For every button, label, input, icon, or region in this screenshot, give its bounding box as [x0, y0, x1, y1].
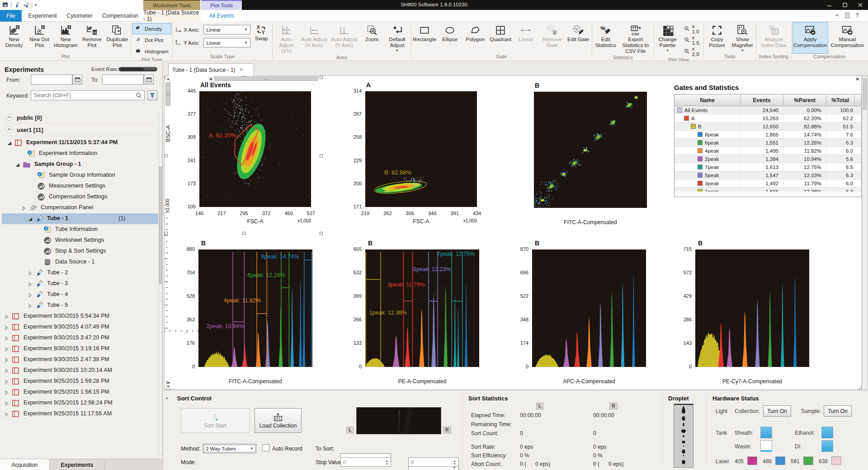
plot-area-plot-b-apc-histogram[interactable] [532, 249, 646, 367]
gate-row-3peak[interactable]: 3peak1,49211.79%6.0 [675, 179, 861, 188]
tab-experiments[interactable]: Experiments [50, 459, 105, 470]
tree-item-compensation-settings[interactable]: Compensation Settings [2, 192, 158, 202]
edit-statistics-button[interactable]: %Edit Statistics [593, 22, 618, 55]
tree-item-experiment-9-25-2015-1-56-15-pm[interactable]: Experiment 9/25/2015 1:56:15 PM [2, 387, 158, 398]
tree-item-tube-4[interactable]: Tube - 4 [2, 289, 158, 300]
tree-item-sample-group-information[interactable]: iSample Group Information [2, 170, 158, 181]
collapse-sort-panel-icon[interactable]: » [166, 395, 168, 400]
tab-worksheet-tube1[interactable]: Tube - 1 (Data Source - 1) [143, 10, 200, 22]
resize-handle[interactable] [320, 76, 323, 79]
worksheet-tab-close-icon[interactable]: ✕ [239, 67, 243, 73]
expand-arrow-icon[interactable] [28, 292, 33, 299]
gate-row-b[interactable]: B12,65082.88%51.5 [675, 122, 861, 131]
collapse-arrow-icon[interactable] [15, 162, 20, 169]
auto-adjust-y-axis-button[interactable]: Auto Adjust (Y Axis) [329, 22, 359, 55]
tab-plot-all-events[interactable]: All Events [201, 10, 242, 22]
tree-item-experiment-9-30-2015-3-19-16-pm[interactable]: Experiment 9/30/2015 3:19:16 PM [2, 343, 158, 354]
expand-arrow-icon[interactable] [5, 379, 9, 385]
plot-area-plot-b-fitc-histogram[interactable]: 2peak: 10.94%4peak: 11.82%6peak: 12.26%8… [198, 249, 312, 367]
feedback-icon[interactable] [844, 12, 850, 20]
load-collection-button[interactable]: Load Collection [255, 408, 302, 433]
tree-item-compensation-panel[interactable]: Compensation Panel [2, 202, 158, 213]
dot-plot-button[interactable]: Dot Plot [132, 34, 171, 46]
plot-zoom-x-2-0-button[interactable]: x 2.0 [680, 46, 703, 57]
tree-group-user1-11[interactable]: user1 [11] [2, 124, 158, 136]
stop-value-right-input[interactable]: 0▲▼ [408, 457, 459, 467]
show-magnifier-button[interactable]: Show Magnifier▾ [730, 22, 755, 54]
minimize-button[interactable] [822, 0, 837, 10]
column-header-events[interactable]: Events [741, 94, 783, 106]
tree-item-experiment-9-25-2015-1-59-28-pm[interactable]: Experiment 9/25/2015 1:59:28 PM [2, 376, 158, 387]
gate-row-1peak[interactable]: 1peak1,56612.38%6.3 [675, 188, 861, 192]
plot-zoom-x-1-0-button[interactable]: x 1.0 [680, 23, 703, 34]
load-sample-icon[interactable] [23, 1, 30, 9]
app-window-icon[interactable] [2, 1, 9, 9]
from-calendar-button[interactable] [72, 75, 82, 85]
tree-item-experiment-information[interactable]: iExperiment Information [2, 148, 158, 159]
linear-button[interactable]: Linear [513, 22, 538, 54]
tree-item-experiment-9-25-2015-12-56-24-pm[interactable]: Experiment 9/25/2015 12:56:24 PM [2, 398, 158, 409]
tree-item-tube-1[interactable]: Tube - 1(1) [2, 213, 158, 224]
sample-turn-on-button[interactable]: Turn On [824, 405, 852, 417]
tree-item-experiment-9-30-2015-4-07-49-pm[interactable]: Experiment 9/30/2015 4:07:49 PM [2, 322, 158, 333]
edit-gate-button[interactable]: Edit Gate [566, 22, 591, 54]
analyze-index-data-button[interactable]: Analyze Index Data [757, 22, 790, 54]
expand-arrow-icon[interactable] [28, 303, 33, 310]
expand-arrow-icon[interactable] [28, 282, 33, 288]
quadrant-button[interactable]: Quadrant [488, 22, 513, 54]
expand-arrow-icon[interactable] [22, 206, 26, 212]
tab-file[interactable]: File [0, 10, 22, 22]
collapse-group-icon[interactable] [5, 126, 13, 135]
expand-arrow-icon[interactable] [5, 390, 9, 396]
tree-item-data-source-1[interactable]: Data Source - 1 [2, 257, 158, 268]
auto-adjust-xy-button[interactable]: Auto Adjust (XY) [274, 22, 299, 55]
help-icon[interactable]: ? [855, 12, 859, 19]
change-palette-button[interactable]: Change Palette▾ [655, 22, 680, 57]
filter-button[interactable] [147, 90, 157, 100]
remove-gate-button[interactable]: Remove Gate [538, 22, 566, 54]
remove-plot-button[interactable]: Remove Plot [79, 22, 104, 54]
tree-item-experiment-9-30-2015-2-47-38-pm[interactable]: Experiment 9/30/2015 2:47:38 PM [2, 354, 158, 365]
expand-arrow-icon[interactable] [5, 314, 9, 320]
tab-experiment[interactable]: Experiment [25, 10, 60, 22]
apply-compensation-button[interactable]: Apply Compensation [793, 22, 828, 54]
plot-zoom-x-1-5-button[interactable]: x 1.5 [680, 34, 703, 46]
stop-value-left-input[interactable]: 0▲▼ [340, 457, 391, 467]
plot-area-plot-a[interactable]: B: 82.88% [365, 91, 477, 207]
gate-row-a[interactable]: A15,26362.20%62.2 [675, 114, 861, 122]
plot-area-plot-b-density[interactable] [534, 92, 647, 208]
default-adjust-button[interactable]: Default Adjust▾ [385, 22, 410, 55]
resize-handle[interactable] [165, 232, 168, 235]
tree-item-stop-sort-settings[interactable]: Stop & Sort Settings [2, 246, 158, 257]
gate-row-5peak[interactable]: 5peak1,54712.23%6.3 [675, 171, 861, 179]
tree-item-tube-5[interactable]: Tube - 5 [2, 300, 158, 311]
tab-compensation[interactable]: Compensation [99, 10, 141, 22]
gate-row-4peak[interactable]: 4peak1,49511.82%6.0 [675, 147, 861, 155]
resize-handle[interactable] [242, 232, 245, 235]
worksheet-canvas[interactable]: All EventsBSC-Ax1,000A: 62.20%4453773092… [164, 76, 862, 390]
auto-record-checkbox[interactable] [262, 444, 269, 451]
qat-more-icon[interactable]: ▾ [35, 1, 37, 9]
expand-arrow-icon[interactable] [5, 336, 9, 342]
tree-item-experiment-9-30-2015-3-47-20-pm[interactable]: Experiment 9/30/2015 3:47:20 PM [2, 333, 158, 343]
zoom-button[interactable]: Zoom [359, 22, 385, 55]
new-density-button[interactable]: New Density [1, 22, 27, 54]
tree-item-measurement-settings[interactable]: Measurement Settings [2, 181, 158, 192]
resize-grip-icon[interactable] [858, 385, 862, 390]
manual-compensation-button[interactable]: Manual Compensation [828, 22, 867, 54]
tree-item-tube-2[interactable]: Tube - 2 [2, 268, 158, 278]
export-statistics-to-csv-file-button[interactable]: CSVExport Statistics to CSV File [618, 22, 653, 55]
maximize-button[interactable] [837, 0, 853, 10]
collapse-arrow-icon[interactable] [28, 216, 33, 223]
expand-arrow-icon[interactable] [5, 412, 9, 418]
collapse-ribbon-icon[interactable] [834, 13, 840, 20]
gate-row-7peak[interactable]: 7peak1,61312.75%6.5 [675, 163, 861, 171]
tree-item-experiment-9-30-2015-5-54-34-pm[interactable]: Experiment 9/30/2015 5:54:34 PM [2, 311, 158, 322]
sample-tube-icon[interactable] [14, 1, 20, 9]
collection-turn-on-button[interactable]: Turn On [763, 405, 791, 417]
sidebar-scrollbar[interactable] [159, 112, 162, 456]
method-select[interactable]: 2 Way Tubes▼ [203, 444, 256, 453]
expand-arrow-icon[interactable] [28, 271, 33, 277]
tree-item-experiment-9-30-2015-10-20-14-am[interactable]: Experiment 9/30/2015 10:20:14 AM [2, 365, 158, 376]
ellipse-button[interactable]: Ellipse [437, 22, 462, 54]
